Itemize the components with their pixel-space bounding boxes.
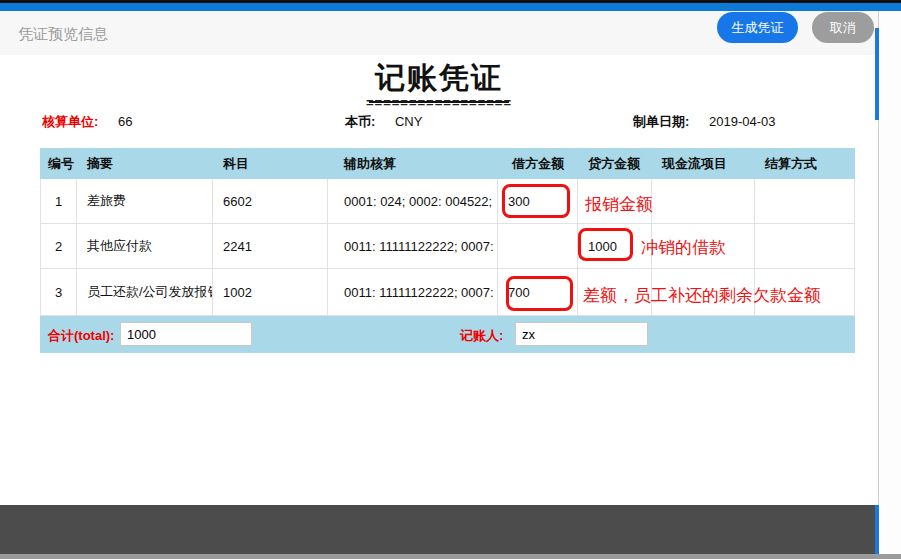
scrollbar-accent (875, 505, 879, 554)
cell-debit: 700 (498, 269, 578, 316)
action-bar (0, 505, 878, 554)
column-header-summary: 摘要 (77, 148, 213, 179)
accounting-unit-field: 核算单位: 66 (42, 113, 132, 131)
bookkeeper-label: 记账人: (460, 327, 503, 345)
cell-no: 3 (40, 269, 77, 316)
cell-summary: 差旅费 (77, 179, 213, 224)
bookkeeper-input[interactable] (515, 322, 648, 346)
document-date-value: 2019-04-03 (709, 114, 776, 129)
column-header-aux: 辅助核算 (328, 148, 498, 179)
cell-debit (498, 224, 578, 269)
annotation-difference: 差额，员工补还的剩余欠款金额 (583, 284, 821, 307)
page-right-gutter (878, 11, 901, 554)
cell-debit: 300 (498, 179, 578, 224)
table-row: 2 其他应付款 2241 0011: 11111122222; 0007: 1 … (40, 224, 855, 269)
accounting-unit-value: 66 (118, 114, 132, 129)
cancel-button[interactable]: 取消 (812, 12, 874, 43)
scrollbar-thumb[interactable] (875, 28, 879, 120)
table-row: 1 差旅费 6602 0001: 024; 0002: 004522; 300 (40, 179, 855, 224)
accounting-unit-label: 核算单位: (42, 114, 98, 129)
cell-subject: 1002 (213, 269, 328, 316)
cell-aux: 0011: 11111122222; 0007: 1 (328, 269, 498, 316)
voucher-title-divider: ================= (0, 95, 878, 110)
table-header-row: 编号 摘要 科目 辅助核算 借方金额 贷方金额 现金流项目 结算方式 (40, 148, 855, 179)
column-header-credit: 贷方金额 (578, 148, 652, 179)
cell-settlement (755, 179, 855, 224)
table-footer-row: 合计(total): 记账人: (40, 316, 855, 353)
column-header-settlement: 结算方式 (755, 148, 855, 179)
column-header-cashflow: 现金流项目 (652, 148, 755, 179)
generate-voucher-button[interactable]: 生成凭证 (717, 12, 798, 43)
currency-value: CNY (395, 114, 422, 129)
column-header-no: 编号 (40, 148, 77, 179)
cell-settlement (755, 224, 855, 269)
voucher-table: 编号 摘要 科目 辅助核算 借方金额 贷方金额 现金流项目 结算方式 1 差旅费… (40, 148, 855, 353)
window-accent-bar (0, 3, 901, 11)
annotation-reimbursement: 报销金额 (585, 193, 653, 216)
window-bottom-border (0, 554, 901, 559)
currency-label: 本币: (345, 114, 375, 129)
cell-subject: 6602 (213, 179, 328, 224)
cell-no: 2 (40, 224, 77, 269)
annotation-offset-loan: 冲销的借款 (641, 236, 726, 259)
document-date-label: 制单日期: (633, 114, 689, 129)
column-header-debit: 借方金额 (498, 148, 578, 179)
cell-cashflow (652, 179, 755, 224)
total-input[interactable] (120, 322, 252, 346)
cell-no: 1 (40, 179, 77, 224)
modal-title: 凭证预览信息 (18, 25, 108, 44)
cell-subject: 2241 (213, 224, 328, 269)
cell-aux: 0011: 11111122222; 0007: 1 (328, 224, 498, 269)
total-label: 合计(total): (48, 327, 114, 345)
document-date-field: 制单日期: 2019-04-03 (633, 113, 775, 131)
cell-summary: 员工还款/公司发放报销 (77, 269, 213, 316)
currency-field: 本币: CNY (345, 113, 422, 131)
cell-summary: 其他应付款 (77, 224, 213, 269)
column-header-subject: 科目 (213, 148, 328, 179)
voucher-info-row: 核算单位: 66 本币: CNY 制单日期: 2019-04-03 (0, 113, 878, 135)
cell-aux: 0001: 024; 0002: 004522; (328, 179, 498, 224)
